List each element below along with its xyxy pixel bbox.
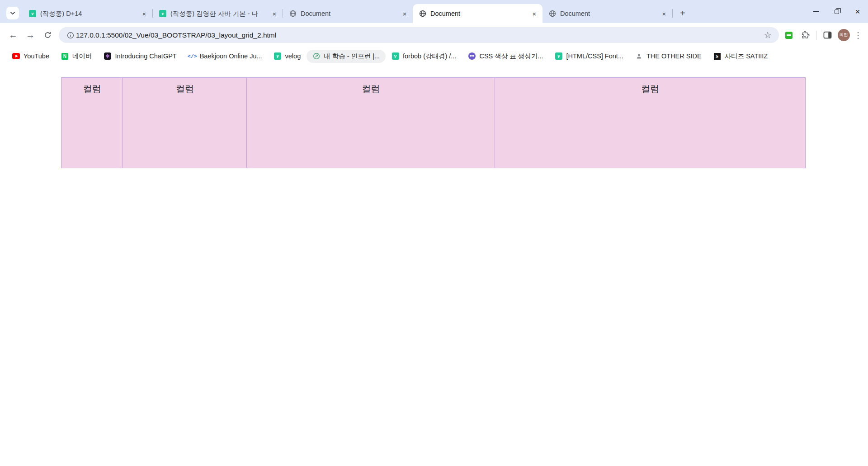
page-content: 컬럼 컬럼 컬럼 컬럼: [0, 77, 868, 168]
tab-document-2[interactable]: Document ×: [542, 4, 672, 23]
satiiz-icon: S: [714, 53, 721, 60]
bookmark-label: [HTML/CSS] Font...: [566, 52, 623, 60]
back-button[interactable]: ←: [5, 27, 22, 44]
naver-icon: N: [61, 53, 68, 60]
address-bar[interactable]: 127.0.0.1:5500/02_Vue/03_BOOTSTRAP/03_la…: [59, 27, 779, 43]
tab-velog-d14[interactable]: v (작성중) D+14 ×: [23, 4, 152, 23]
bookmark-label: Introducing ChatGPT: [115, 52, 176, 60]
velog-icon: v: [392, 52, 399, 60]
puzzle-icon: [801, 31, 810, 39]
bookmark-label: 사티즈 SATIIIZ: [725, 52, 768, 61]
bookmark-label: velog: [285, 52, 301, 60]
forward-button[interactable]: →: [22, 27, 39, 44]
bookmark-label: THE OTHER SIDE: [646, 52, 702, 60]
bookmark-inflearn[interactable]: 내 학습 - 인프런 |...: [307, 50, 386, 63]
bookmarks-bar: YouTube N 네이버 Introducing ChatGPT </> Ba…: [0, 47, 868, 65]
site-info-icon[interactable]: [65, 27, 76, 43]
bookmark-label: 네이버: [72, 52, 92, 61]
restore-icon: [835, 10, 839, 14]
tab-title: Document: [301, 10, 396, 17]
reload-icon: [44, 31, 52, 39]
toolbar-divider: [816, 31, 816, 40]
bookmark-youtube[interactable]: YouTube: [6, 50, 55, 62]
tab-search-button[interactable]: [6, 7, 19, 19]
globe-icon: [289, 10, 297, 17]
close-icon[interactable]: ×: [530, 9, 539, 18]
globe-icon: [419, 10, 426, 17]
close-icon[interactable]: ×: [400, 9, 409, 18]
tab-document-1[interactable]: Document ×: [283, 4, 413, 23]
close-icon[interactable]: ×: [140, 9, 149, 18]
side-panel-icon: [823, 31, 832, 39]
extension-icon: [785, 32, 793, 39]
grid-row: 컬럼 컬럼 컬럼 컬럼: [61, 77, 807, 168]
velog-icon: v: [159, 10, 166, 17]
column-label: 컬럼: [176, 84, 194, 94]
bookmark-star-icon[interactable]: ☆: [761, 29, 774, 42]
restore-button[interactable]: [826, 0, 847, 23]
velog-icon: v: [274, 52, 281, 60]
globe-icon: [549, 10, 556, 17]
bookmark-velog[interactable]: v velog: [268, 50, 307, 62]
browser-toolbar: ← → 127.0.0.1:5500/02_Vue/03_BOOTSTRAP/0…: [0, 23, 868, 47]
bookmark-label: forbob (강태경) /...: [403, 52, 456, 61]
bookmark-css-color[interactable]: CSS 색상 표 생성기...: [462, 50, 549, 63]
tab-velog-java[interactable]: v (작성중) 김영한 자바 기본 - 다 ×: [153, 4, 283, 23]
side-panel-button[interactable]: [819, 27, 835, 43]
minimize-button[interactable]: [806, 0, 826, 23]
code-icon: </>: [188, 53, 197, 59]
minimize-icon: [813, 11, 819, 12]
close-icon: ×: [855, 7, 860, 17]
new-tab-button[interactable]: +: [676, 7, 689, 19]
velog-icon: v: [555, 52, 562, 60]
velog-icon: v: [29, 10, 36, 17]
profile-button[interactable]: 의현: [835, 27, 852, 43]
chevron-down-icon: [9, 10, 16, 16]
tab-title: (작성중) 김영한 자바 기본 - 다: [170, 10, 266, 18]
extensions-button[interactable]: [797, 27, 813, 43]
grid-column-1: 컬럼: [61, 77, 123, 168]
bookmark-baekjoon[interactable]: </> Baekjoon Online Ju...: [183, 50, 268, 62]
chatgpt-icon: [104, 52, 111, 60]
grid-column-3: 컬럼: [246, 77, 495, 168]
tab-separator: [672, 9, 673, 18]
extension-green-button[interactable]: [781, 27, 797, 43]
tab-document-active[interactable]: Document ×: [413, 4, 542, 23]
youtube-icon: [12, 53, 20, 59]
bookmark-label: YouTube: [24, 52, 49, 60]
window-controls: ×: [806, 0, 868, 23]
reload-button[interactable]: [39, 27, 56, 44]
bookmark-label: Baekjoon Online Ju...: [200, 52, 262, 60]
close-window-button[interactable]: ×: [847, 0, 868, 23]
tab-strip: v (작성중) D+14 × v (작성중) 김영한 자바 기본 - 다 × D…: [0, 0, 868, 23]
tab-title: Document: [560, 10, 656, 17]
tab-title: (작성중) D+14: [40, 10, 136, 18]
close-icon[interactable]: ×: [270, 9, 279, 18]
bookmark-naver[interactable]: N 네이버: [55, 50, 98, 63]
bookmark-other-side[interactable]: THE OTHER SIDE: [629, 50, 708, 62]
browser-menu-button[interactable]: ⋮: [852, 27, 864, 43]
bookmark-label: CSS 색상 표 생성기...: [479, 52, 543, 61]
bookmark-htmlcss-font[interactable]: v [HTML/CSS] Font...: [549, 50, 629, 62]
url-text[interactable]: 127.0.0.1:5500/02_Vue/03_BOOTSTRAP/03_la…: [76, 31, 761, 39]
bookmark-label: 내 학습 - 인프런 |...: [324, 52, 380, 61]
grid-column-2: 컬럼: [123, 77, 247, 168]
bookmark-satiiz[interactable]: S 사티즈 SATIIIZ: [708, 50, 774, 63]
three-dots-icon: ⋮: [854, 30, 862, 40]
avatar: 의현: [838, 29, 850, 41]
column-label: 컬럼: [641, 84, 659, 94]
tab-title: Document: [430, 10, 526, 17]
inflearn-icon: [312, 52, 320, 60]
column-label: 컬럼: [362, 84, 380, 94]
css-color-icon: [468, 52, 476, 60]
bookmark-chatgpt[interactable]: Introducing ChatGPT: [98, 50, 182, 62]
column-label: 컬럼: [83, 84, 101, 94]
person-icon: [635, 52, 643, 60]
grid-column-4: 컬럼: [495, 77, 806, 168]
bookmark-forbob[interactable]: v forbob (강태경) /...: [386, 50, 462, 63]
close-icon[interactable]: ×: [660, 9, 669, 18]
